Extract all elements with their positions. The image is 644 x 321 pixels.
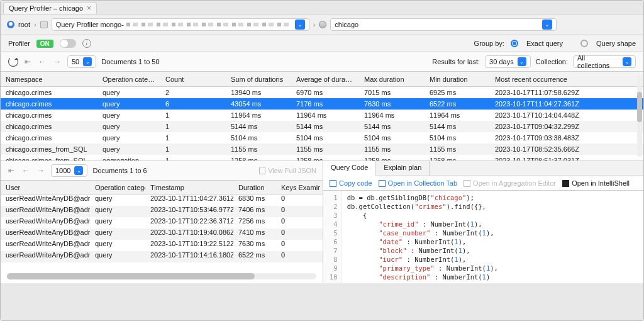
collection-label: Collection: [536,58,568,65]
radio-shape-label[interactable]: Query shape [596,40,636,47]
prev-page-button[interactable]: ← [37,57,47,66]
open-intellishell-button[interactable]: Open in IntelliShell [562,179,630,187]
profiler-toolbar: Profiler ON i Group by: Exact query Quer… [1,35,643,52]
collection-value: All collections [577,54,619,69]
table-row[interactable]: userReadWriteAnyDB@adminquery2023-10-17T… [1,194,323,206]
radio-exact-label[interactable]: Exact query [526,40,563,47]
detail-page-size: 1000 [55,167,70,174]
main-table: Namespace Operation category Count Sum o… [1,72,643,161]
detail-split: ⇤ ← → 1000 ⌄ Documents 1 to 6 View Full … [1,161,643,283]
th-sum[interactable]: Sum of durations [226,76,291,83]
breadcrumb: root › Query Profiler mongo- ⌄ › chicago… [1,14,643,35]
code-area[interactable]: 1 2 3 4 5 6 7 8 9 10 11 12 13 14 15 db =… [323,191,643,283]
main-filterbar: ⇤ ← → 50 ⌄ Documents 1 to 50 Results for… [1,52,643,72]
next-page-button[interactable]: → [36,166,46,175]
th-avg[interactable]: Average of durations [291,76,359,83]
code-tabs: Query Code Explain plan [323,161,643,176]
chevron-down-icon[interactable]: ⌄ [295,20,305,30]
copy-code-button[interactable]: Copy code [330,179,372,187]
chevron-down-icon[interactable]: ⌄ [542,20,552,30]
shell-icon [562,180,569,187]
results-last-value: 30 days [489,58,514,65]
table-row[interactable]: chicago.crimesquery15144 ms5144 ms5144 m… [1,121,643,132]
chevron-down-icon[interactable]: ⌄ [518,57,526,66]
open-collection-button[interactable]: Open in Collection Tab [379,179,457,187]
user-icon [7,21,14,28]
chevron-down-icon[interactable]: ⌄ [83,57,92,66]
table-row[interactable]: userReadWriteAnyDB@adminquery2023-10-17T… [1,251,323,262]
aggregation-icon [464,180,470,187]
chevron-right-icon: › [34,21,36,28]
database-value: chicago [335,21,358,28]
code-content[interactable]: db = db.getSiblingDB("chicago"); db.getC… [342,191,643,283]
window-tab[interactable]: Query Profiler – chicago × [3,2,97,14]
profiler-label: Profiler [8,40,30,47]
redacted-text [126,23,292,26]
th-max[interactable]: Max duration [359,76,425,83]
th-ts[interactable]: Timestamp [145,184,233,191]
window-tabbar: Query Profiler – chicago × [1,1,643,14]
server-icon [40,21,48,28]
radio-query-shape[interactable] [580,40,588,47]
table-row[interactable]: chicago.crimes_from_SQLquery11155 ms1155… [1,144,643,155]
th-keys[interactable]: Keys Examined [276,184,320,191]
tab-title: Query Profiler – chicago [9,4,83,12]
th-user[interactable]: User [1,184,90,191]
database-icon [319,21,326,28]
view-full-json-button[interactable]: View Full JSON [259,167,316,174]
detail-header: User Operation category Timestamp Durati… [1,181,323,194]
view-full-json-label: View Full JSON [268,167,316,174]
detail-doc-count: Documents 1 to 6 [92,167,147,174]
breadcrumb-user[interactable]: root [18,21,30,28]
tab-query-code[interactable]: Query Code [323,161,376,176]
th-namespace[interactable]: Namespace [1,76,97,83]
refresh-icon[interactable] [8,57,18,67]
groupby-label: Group by: [474,40,504,47]
copy-icon [330,180,336,187]
table-row[interactable]: chicago.crimes_from_SQLaggregation11258 … [1,155,643,161]
collection-select[interactable]: All collections ⌄ [573,55,636,68]
page-size-value: 50 [72,58,79,65]
connection-select[interactable]: Query Profiler mongo- ⌄ [52,18,309,31]
th-count[interactable]: Count [160,76,226,83]
open-aggregation-button: Open in Aggregation Editor [464,179,556,187]
document-icon [259,167,265,174]
close-icon[interactable]: × [87,4,91,12]
horizontal-scrollbar[interactable] [7,273,316,279]
results-last-select[interactable]: 30 days ⌄ [485,55,531,68]
table-row[interactable]: chicago.crimesquery111964 ms11964 ms1196… [1,110,643,121]
th-opcat[interactable]: Operation category [97,76,160,83]
detail-page-size-select[interactable]: 1000 ⌄ [51,164,87,177]
chevron-right-icon: › [313,21,316,28]
results-last-label: Results for last: [432,58,480,65]
page-size-select[interactable]: 50 ⌄ [67,55,96,68]
tab-explain-plan[interactable]: Explain plan [376,161,430,176]
code-actions-bar: Copy code Open in Collection Tab Open in… [323,176,643,191]
info-icon[interactable]: i [82,39,91,48]
th-recent[interactable]: Most recent occurrence [490,76,621,83]
next-page-button[interactable]: → [52,57,62,66]
th-opcat[interactable]: Operation category [90,184,145,191]
table-row[interactable]: chicago.crimesquery643054 ms7176 ms7630 … [1,98,643,110]
code-panel: Query Code Explain plan Copy code Open i… [323,161,643,283]
th-min[interactable]: Min duration [425,76,490,83]
table-row[interactable]: userReadWriteAnyDB@adminquery2023-10-17T… [1,206,323,217]
first-page-button[interactable]: ⇤ [23,57,32,66]
table-row[interactable]: chicago.crimesquery213940 ms6970 ms7015 … [1,87,643,98]
table-row[interactable]: userReadWriteAnyDB@adminquery2023-10-17T… [1,240,323,251]
radio-exact-query[interactable] [511,40,518,47]
prev-page-button[interactable]: ← [21,166,31,175]
detail-panel: ⇤ ← → 1000 ⌄ Documents 1 to 6 View Full … [1,161,323,283]
first-page-button[interactable]: ⇤ [7,166,16,175]
table-row[interactable]: userReadWriteAnyDB@adminquery2023-10-17T… [1,228,323,240]
table-header: Namespace Operation category Count Sum o… [1,72,643,87]
th-dur[interactable]: Duration [233,184,276,191]
database-select[interactable]: chicago ⌄ [330,18,557,31]
table-row[interactable]: userReadWriteAnyDB@adminquery2023-10-17T… [1,217,323,228]
chevron-down-icon[interactable]: ⌄ [74,166,83,175]
profiler-toggle[interactable] [60,39,76,48]
detail-toolbar: ⇤ ← → 1000 ⌄ Documents 1 to 6 View Full … [1,161,323,181]
table-row[interactable]: chicago.crimesquery15104 ms5104 ms5104 m… [1,132,643,144]
vertical-scrollbar[interactable] [637,76,642,157]
chevron-down-icon[interactable]: ⌄ [623,57,631,66]
